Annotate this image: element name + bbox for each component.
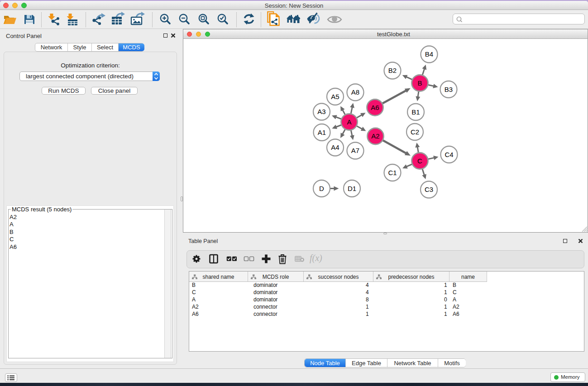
svg-text:B2: B2 (388, 67, 397, 74)
svg-text:B: B (417, 79, 422, 87)
svg-text:A1: A1 (318, 129, 326, 136)
svg-text:A4: A4 (331, 143, 339, 151)
svg-text:C4: C4 (445, 151, 453, 158)
svg-text:A2: A2 (371, 132, 379, 140)
svg-text:A7: A7 (351, 147, 359, 154)
svg-text:C2: C2 (411, 128, 419, 136)
svg-text:A: A (347, 118, 351, 126)
svg-text:C3: C3 (425, 186, 433, 193)
svg-text:B1: B1 (411, 108, 420, 116)
svg-text:C: C (417, 157, 422, 165)
svg-text:A5: A5 (331, 93, 339, 100)
svg-text:D1: D1 (348, 185, 356, 192)
svg-text:C1: C1 (388, 169, 397, 176)
svg-text:D: D (319, 185, 324, 192)
svg-text:A3: A3 (317, 108, 325, 115)
svg-text:A8: A8 (351, 88, 359, 96)
svg-text:B4: B4 (425, 50, 433, 58)
svg-text:B3: B3 (445, 86, 453, 93)
svg-text:A6: A6 (371, 104, 379, 111)
